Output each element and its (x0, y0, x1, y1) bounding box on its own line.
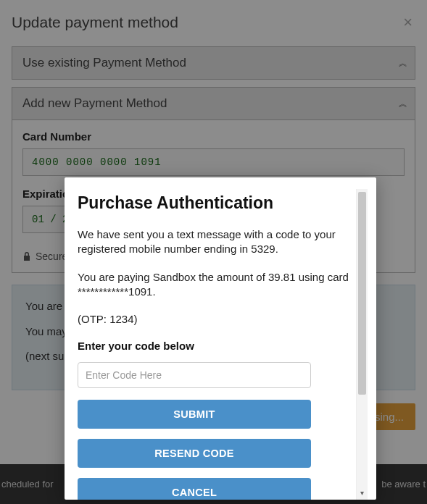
auth-enter-label: Enter your code below (78, 340, 353, 352)
auth-message-1: We have sent you a text message with a c… (78, 227, 353, 257)
resend-code-button[interactable]: RESEND CODE (78, 439, 311, 468)
scrollbar-thumb[interactable] (358, 192, 366, 395)
auth-title: Purchase Authentication (78, 193, 353, 213)
scroll-down-icon[interactable]: ▾ (357, 489, 368, 497)
submit-button[interactable]: SUBMIT (78, 400, 311, 429)
auth-otp-hint: (OTP: 1234) (78, 312, 353, 327)
auth-message-2: You are paying Sandbox the amount of 39.… (78, 270, 353, 300)
auth-dialog: Purchase Authentication We have sent you… (65, 177, 376, 500)
scrollbar[interactable]: ▾ (356, 189, 368, 500)
auth-code-input[interactable] (78, 362, 311, 388)
cancel-button[interactable]: CANCEL (78, 478, 311, 500)
